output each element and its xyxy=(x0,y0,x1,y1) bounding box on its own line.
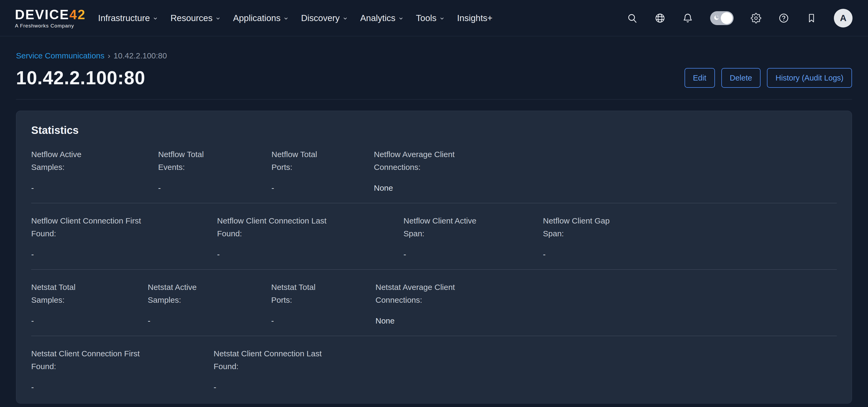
stat-value: None xyxy=(375,315,837,326)
stat-label: Netflow Client Connection FirstFound: xyxy=(31,214,217,240)
stat-label: Netflow Client GapSpan: xyxy=(543,214,837,240)
chevron-down-icon xyxy=(398,16,403,21)
stat-value: - xyxy=(214,382,837,393)
nav-infrastructure[interactable]: Infrastructure xyxy=(98,13,158,23)
brand-logo[interactable]: DEVICE42 A Freshworks Company xyxy=(15,8,86,28)
page-actions: Edit Delete History (Audit Logs) xyxy=(685,68,852,88)
help-icon[interactable] xyxy=(778,13,789,24)
stat-netflow-active-samples: Netflow ActiveSamples: - xyxy=(31,148,158,193)
stat-label: Netstat Average ClientConnections: xyxy=(375,281,837,307)
globe-icon[interactable] xyxy=(655,13,665,24)
nav-discovery[interactable]: Discovery xyxy=(301,13,348,23)
stat-value: - xyxy=(403,249,543,260)
chevron-down-icon xyxy=(439,16,444,21)
stat-netflow-client-connection-last-found: Netflow Client Connection LastFound: - xyxy=(217,214,403,260)
title-divider xyxy=(16,99,852,99)
breadcrumb-current: 10.42.2.100:80 xyxy=(114,51,167,60)
gear-icon[interactable] xyxy=(751,13,761,24)
top-nav-bar: DEVICE42 A Freshworks Company Infrastruc… xyxy=(0,0,868,36)
stat-value: - xyxy=(148,315,271,326)
stat-netstat-client-connection-last-found: Netstat Client Connection LastFound: - xyxy=(214,347,837,393)
brand-name-accent: 42 xyxy=(69,7,86,22)
avatar-letter: A xyxy=(840,13,847,23)
nav-resources[interactable]: Resources xyxy=(170,13,220,23)
stat-label: Netflow Average ClientConnections: xyxy=(374,148,837,174)
nav-insights[interactable]: Insights+ xyxy=(457,13,493,23)
brand-name: DEVICE42 xyxy=(15,8,86,21)
statistics-card: Statistics Netflow ActiveSamples: - Netf… xyxy=(16,111,852,404)
bookmark-icon[interactable] xyxy=(806,13,817,24)
stat-netflow-total-events: Netflow TotalEvents: - xyxy=(158,148,272,193)
page-content: Service Communications › 10.42.2.100:80 … xyxy=(0,51,868,404)
chevron-down-icon xyxy=(343,16,348,21)
search-icon[interactable] xyxy=(627,13,638,24)
breadcrumb-separator: › xyxy=(108,51,111,60)
stat-value: - xyxy=(158,183,272,193)
stat-netflow-client-active-span: Netflow Client ActiveSpan: - xyxy=(403,214,543,260)
history-audit-logs-button[interactable]: History (Audit Logs) xyxy=(767,68,852,88)
stat-label: Netstat TotalSamples: xyxy=(31,281,148,307)
delete-button[interactable]: Delete xyxy=(721,68,761,88)
stat-netstat-active-samples: Netstat ActiveSamples: - xyxy=(148,281,271,326)
stat-label: Netstat ActiveSamples: xyxy=(148,281,271,307)
chevron-down-icon xyxy=(215,16,220,21)
statistics-row-netstat-connections: Netstat Client Connection FirstFound: - … xyxy=(31,336,837,394)
stat-value: - xyxy=(31,315,148,326)
stat-value: None xyxy=(374,183,837,193)
title-row: 10.42.2.100:80 Edit Delete History (Audi… xyxy=(16,67,852,89)
stat-value: - xyxy=(31,249,217,260)
stat-netstat-total-ports: Netstat TotalPorts: - xyxy=(271,281,375,326)
stat-label: Netstat TotalPorts: xyxy=(271,281,375,307)
notifications-bell-icon[interactable] xyxy=(682,13,693,24)
page-title: 10.42.2.100:80 xyxy=(16,67,145,89)
stat-label: Netflow Client Connection LastFound: xyxy=(217,214,403,240)
statistics-row-netflow-connections: Netflow Client Connection FirstFound: - … xyxy=(31,203,837,270)
statistics-row-netstat-summary: Netstat TotalSamples: - Netstat ActiveSa… xyxy=(31,270,837,336)
stat-value: - xyxy=(272,183,374,193)
toggle-knob xyxy=(721,12,733,24)
stat-netflow-average-client-connections: Netflow Average ClientConnections: None xyxy=(374,148,837,193)
stat-netflow-total-ports: Netflow TotalPorts: - xyxy=(272,148,374,193)
dark-mode-toggle[interactable] xyxy=(710,11,734,25)
stat-netstat-total-samples: Netstat TotalSamples: - xyxy=(31,281,148,326)
stat-label: Netflow TotalEvents: xyxy=(158,148,272,174)
stat-label: Netflow ActiveSamples: xyxy=(31,148,158,174)
nav-analytics[interactable]: Analytics xyxy=(360,13,403,23)
edit-button[interactable]: Edit xyxy=(685,68,715,88)
stat-value: - xyxy=(217,249,403,260)
stat-label: Netstat Client Connection LastFound: xyxy=(214,347,837,373)
stat-label: Netflow TotalPorts: xyxy=(272,148,374,174)
chevron-down-icon xyxy=(283,16,288,21)
breadcrumb: Service Communications › 10.42.2.100:80 xyxy=(16,51,852,60)
breadcrumb-link-service-communications[interactable]: Service Communications xyxy=(16,51,104,60)
stat-netflow-client-connection-first-found: Netflow Client Connection FirstFound: - xyxy=(31,214,217,260)
header-actions: A xyxy=(627,9,852,28)
stat-value: - xyxy=(271,315,375,326)
main-menu: Infrastructure Resources Applications Di… xyxy=(98,13,493,23)
stat-value: - xyxy=(31,382,214,393)
chevron-down-icon xyxy=(153,16,158,21)
nav-applications[interactable]: Applications xyxy=(233,13,288,23)
stat-netstat-client-connection-first-found: Netstat Client Connection FirstFound: - xyxy=(31,347,214,393)
avatar[interactable]: A xyxy=(834,9,852,28)
moon-icon xyxy=(713,14,720,22)
stat-label: Netstat Client Connection FirstFound: xyxy=(31,347,214,373)
statistics-row-netflow-summary: Netflow ActiveSamples: - Netflow TotalEv… xyxy=(31,148,837,203)
stat-netflow-client-gap-span: Netflow Client GapSpan: - xyxy=(543,214,837,260)
stat-label: Netflow Client ActiveSpan: xyxy=(403,214,543,240)
statistics-heading: Statistics xyxy=(31,124,837,136)
stat-value: - xyxy=(543,249,837,260)
stat-netstat-average-client-connections: Netstat Average ClientConnections: None xyxy=(375,281,837,326)
brand-tagline: A Freshworks Company xyxy=(15,23,86,28)
nav-tools[interactable]: Tools xyxy=(416,13,444,23)
stat-value: - xyxy=(31,183,158,193)
